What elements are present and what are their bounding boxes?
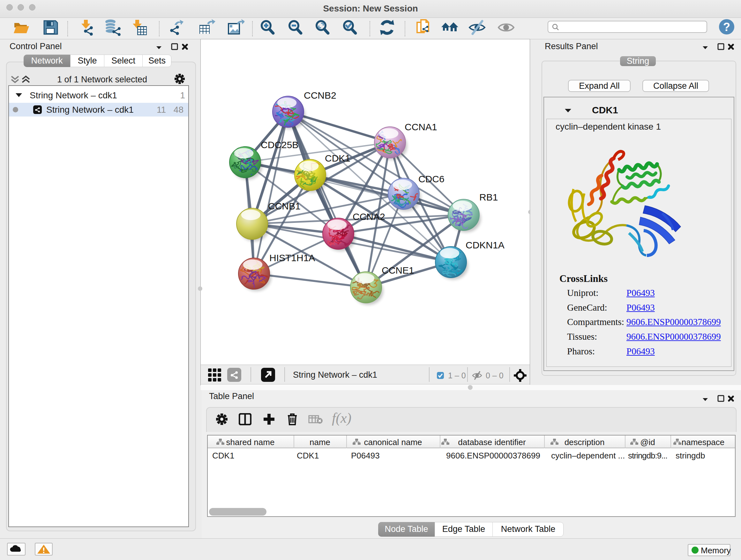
svg-text:CCNB2: CCNB2 (304, 90, 336, 101)
svg-text:RB1: RB1 (479, 192, 498, 202)
svg-text:CDK1: CDK1 (325, 153, 350, 164)
svg-text:CDC25B: CDC25B (261, 139, 298, 150)
svg-text:CCNA1: CCNA1 (405, 122, 437, 132)
svg-text:CCNB1: CCNB1 (268, 201, 300, 211)
svg-text:CDKN1A: CDKN1A (466, 240, 504, 250)
svg-text:CCNA2: CCNA2 (353, 211, 385, 222)
svg-text:CCNE1: CCNE1 (382, 265, 414, 275)
svg-text:CDC6: CDC6 (418, 174, 445, 184)
svg-text:HIST1H1A: HIST1H1A (269, 253, 315, 263)
